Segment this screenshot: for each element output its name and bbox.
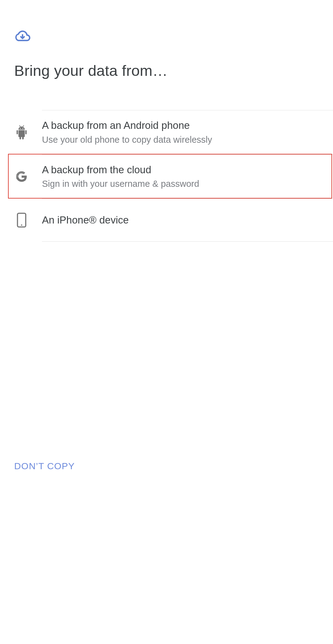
option-title: An iPhone® device	[42, 214, 333, 227]
svg-line-2	[19, 125, 20, 127]
option-subtitle: Use your old phone to copy data wireless…	[42, 134, 333, 146]
svg-line-3	[23, 125, 24, 127]
options-list: A backup from an Android phone Use your …	[0, 110, 333, 242]
svg-point-0	[20, 128, 21, 129]
footer: DON’T COPY	[14, 461, 75, 471]
option-title: A backup from an Android phone	[42, 119, 333, 132]
dont-copy-button[interactable]: DON’T COPY	[14, 461, 75, 471]
option-text: An iPhone® device	[42, 214, 333, 227]
svg-rect-5	[25, 130, 27, 134]
option-subtitle: Sign in with your username & password	[42, 178, 333, 190]
cloud-download-icon	[14, 29, 333, 43]
option-text: A backup from an Android phone Use your …	[42, 119, 333, 146]
svg-point-1	[23, 128, 23, 129]
option-title: A backup from the cloud	[42, 163, 333, 177]
option-android-backup[interactable]: A backup from an Android phone Use your …	[42, 110, 333, 154]
page-title: Bring your data from…	[14, 62, 333, 79]
svg-rect-4	[17, 130, 18, 134]
option-cloud-backup[interactable]: A backup from the cloud Sign in with you…	[42, 154, 333, 199]
option-iphone[interactable]: An iPhone® device	[42, 199, 333, 242]
google-icon	[14, 169, 29, 184]
smartphone-icon	[14, 213, 29, 228]
android-icon	[14, 125, 29, 140]
header: Bring your data from…	[0, 0, 333, 79]
svg-point-7	[21, 224, 22, 226]
option-text: A backup from the cloud Sign in with you…	[42, 163, 333, 190]
